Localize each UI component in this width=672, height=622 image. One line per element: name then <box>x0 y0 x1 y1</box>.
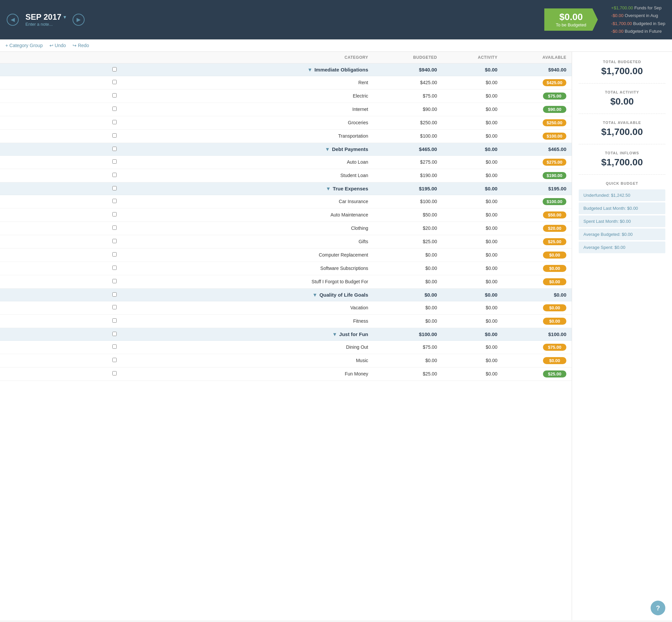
total-budgeted-block: TOTAL BUDGETED $1,700.00 <box>579 60 665 83</box>
quick-budget-item[interactable]: Average Budgeted: $0.00 <box>579 229 665 240</box>
month-note[interactable]: Enter a note... <box>25 22 53 27</box>
info-label-4: Budgeted in Future <box>625 29 662 34</box>
group-checkbox[interactable] <box>112 292 117 297</box>
redo-button[interactable]: ↪ Redo <box>72 43 89 48</box>
item-budgeted[interactable]: $0.00 <box>374 314 442 328</box>
undo-button[interactable]: ↩ Undo <box>50 43 66 48</box>
item-checkbox[interactable] <box>112 107 117 111</box>
col-activity: ACTIVITY <box>442 52 503 64</box>
table-row: Car Insurance $100.00 $0.00 $100.00 <box>0 195 572 208</box>
item-available: $75.00 <box>503 340 572 354</box>
item-activity: $0.00 <box>442 367 503 380</box>
item-checkbox[interactable] <box>112 173 117 177</box>
info-line-2: -$0.00 Overspent in Aug <box>611 12 665 20</box>
item-budgeted[interactable]: $100.00 <box>374 129 442 143</box>
item-activity: $0.00 <box>442 340 503 354</box>
item-budgeted[interactable]: $90.00 <box>374 103 442 116</box>
group-row[interactable]: ▼Immediate Obligations $940.00 $0.00 $94… <box>0 63 572 76</box>
item-checkbox[interactable] <box>112 279 117 283</box>
item-checkbox[interactable] <box>112 159 117 164</box>
item-checkbox[interactable] <box>112 371 117 376</box>
item-activity: $0.00 <box>442 103 503 116</box>
group-row[interactable]: ▼True Expenses $195.00 $0.00 $195.00 <box>0 182 572 195</box>
item-checkbox[interactable] <box>112 133 117 138</box>
table-row: Vacation $0.00 $0.00 $0.00 <box>0 301 572 314</box>
item-checkbox[interactable] <box>112 199 117 203</box>
sidebar: TOTAL BUDGETED $1,700.00 TOTAL ACTIVITY … <box>572 52 672 620</box>
prev-month-button[interactable]: ◀ <box>7 14 19 26</box>
group-row[interactable]: ▼Just for Fun $100.00 $0.00 $100.00 <box>0 328 572 340</box>
item-checkbox[interactable] <box>112 305 117 309</box>
item-budgeted[interactable]: $0.00 <box>374 354 442 367</box>
group-checkbox[interactable] <box>112 67 117 71</box>
item-budgeted[interactable]: $0.00 <box>374 301 442 314</box>
item-budgeted[interactable]: $25.00 <box>374 367 442 380</box>
item-available: $0.00 <box>503 248 572 262</box>
item-checkbox[interactable] <box>112 120 117 124</box>
item-checkbox[interactable] <box>112 239 117 243</box>
item-checkbox[interactable] <box>112 344 117 349</box>
group-checkbox[interactable] <box>112 186 117 191</box>
item-budgeted[interactable]: $0.00 <box>374 275 442 288</box>
item-checkbox[interactable] <box>112 266 117 270</box>
month-dropdown-arrow[interactable]: ▾ <box>64 14 66 20</box>
table-row: Clothing $20.00 $0.00 $20.00 <box>0 221 572 235</box>
quick-budget-item[interactable]: Spent Last Month: $0.00 <box>579 215 665 227</box>
item-budgeted[interactable]: $190.00 <box>374 169 442 182</box>
item-budgeted[interactable]: $0.00 <box>374 262 442 275</box>
group-collapse-icon[interactable]: ▼ <box>313 292 318 298</box>
total-activity-value: $0.00 <box>579 96 665 107</box>
group-collapse-icon[interactable]: ▼ <box>308 67 313 72</box>
item-budgeted[interactable]: $0.00 <box>374 248 442 262</box>
item-available: $100.00 <box>503 195 572 208</box>
item-activity: $0.00 <box>442 262 503 275</box>
undo-label: ↩ Undo <box>50 43 66 48</box>
quick-budget-item[interactable]: Average Spent: $0.00 <box>579 242 665 253</box>
item-budgeted[interactable]: $75.00 <box>374 340 442 354</box>
group-collapse-icon[interactable]: ▼ <box>332 332 337 337</box>
item-checkbox[interactable] <box>112 80 117 84</box>
item-checkbox[interactable] <box>112 226 117 230</box>
group-checkbox[interactable] <box>112 147 117 151</box>
help-button[interactable]: ? <box>650 600 665 615</box>
item-checkbox[interactable] <box>112 358 117 362</box>
info-amount-1: +$1,700.00 <box>611 5 633 10</box>
item-checkbox[interactable] <box>112 212 117 216</box>
item-available: $250.00 <box>503 116 572 129</box>
item-budgeted[interactable]: $275.00 <box>374 156 442 169</box>
item-activity: $0.00 <box>442 116 503 129</box>
item-name: Groceries <box>229 116 374 129</box>
item-budgeted[interactable]: $100.00 <box>374 195 442 208</box>
item-budgeted[interactable]: $75.00 <box>374 89 442 103</box>
add-category-group-label: + Category Group <box>5 43 43 48</box>
item-budgeted[interactable]: $425.00 <box>374 76 442 89</box>
add-category-group-button[interactable]: + Category Group <box>5 43 43 48</box>
item-budgeted[interactable]: $25.00 <box>374 235 442 248</box>
table-row: Auto Loan $275.00 $0.00 $275.00 <box>0 156 572 169</box>
header: ◀ SEP 2017 ▾ Enter a note... ▶ $0.00 To … <box>0 0 672 39</box>
budget-info: +$1,700.00 Funds for Sep -$0.00 Overspen… <box>611 4 665 35</box>
toolbar: + Category Group ↩ Undo ↪ Redo <box>0 39 672 52</box>
quick-budget-items: Underfunded: $1,242.50Budgeted Last Mont… <box>579 189 665 253</box>
item-available: $0.00 <box>503 275 572 288</box>
group-checkbox[interactable] <box>112 332 117 336</box>
col-checkbox <box>0 52 229 64</box>
item-checkbox[interactable] <box>112 252 117 256</box>
quick-budget-item[interactable]: Underfunded: $1,242.50 <box>579 189 665 201</box>
item-budgeted[interactable]: $250.00 <box>374 116 442 129</box>
item-checkbox[interactable] <box>112 93 117 98</box>
item-checkbox[interactable] <box>112 318 117 323</box>
table-row: Student Loan $190.00 $0.00 $190.00 <box>0 169 572 182</box>
item-available: $0.00 <box>503 314 572 328</box>
group-row[interactable]: ▼Debt Payments $465.00 $0.00 $465.00 <box>0 143 572 156</box>
item-budgeted[interactable]: $50.00 <box>374 208 442 221</box>
item-activity: $0.00 <box>442 221 503 235</box>
group-collapse-icon[interactable]: ▼ <box>325 146 330 152</box>
quick-budget-title: QUICK BUDGET <box>579 181 665 185</box>
item-name: Dining Out <box>229 340 374 354</box>
next-month-button[interactable]: ▶ <box>72 14 85 26</box>
quick-budget-item[interactable]: Budgeted Last Month: $0.00 <box>579 202 665 214</box>
group-row[interactable]: ▼Quality of Life Goals $0.00 $0.00 $0.00 <box>0 288 572 301</box>
group-collapse-icon[interactable]: ▼ <box>326 186 331 192</box>
item-budgeted[interactable]: $20.00 <box>374 221 442 235</box>
